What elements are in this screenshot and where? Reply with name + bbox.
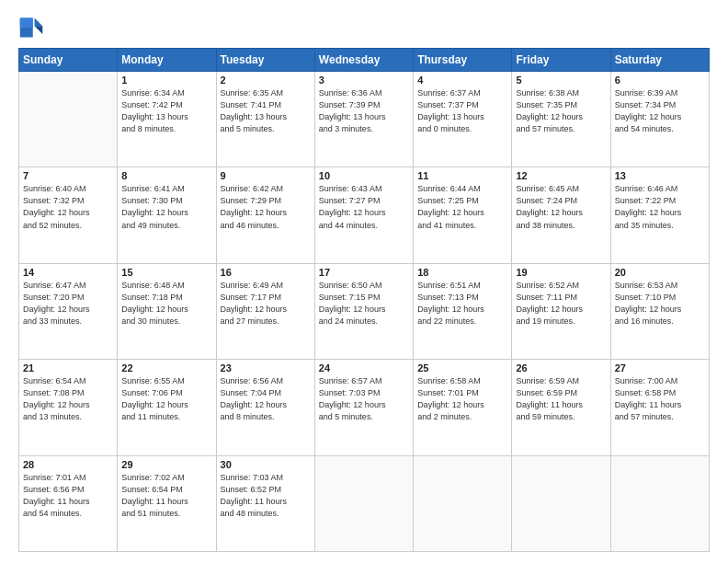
calendar-week-row: 7Sunrise: 6:40 AM Sunset: 7:32 PM Daylig… — [19, 167, 710, 263]
day-info: Sunrise: 6:55 AM Sunset: 7:06 PM Dayligh… — [121, 375, 211, 423]
day-info: Sunrise: 6:52 AM Sunset: 7:11 PM Dayligh… — [516, 280, 606, 327]
svg-marker-1 — [35, 18, 43, 27]
calendar-day-cell: 7Sunrise: 6:40 AM Sunset: 7:32 PM Daylig… — [19, 167, 118, 263]
day-number: 23 — [221, 362, 311, 373]
day-info: Sunrise: 6:47 AM Sunset: 7:20 PM Dayligh… — [23, 280, 113, 327]
day-number: 28 — [23, 459, 113, 470]
calendar-day-cell — [414, 455, 512, 551]
calendar-day-cell: 2Sunrise: 6:35 AM Sunset: 7:41 PM Daylig… — [216, 72, 314, 167]
day-number: 9 — [221, 170, 311, 181]
day-info: Sunrise: 6:57 AM Sunset: 7:03 PM Dayligh… — [319, 375, 409, 423]
day-number: 17 — [319, 267, 409, 278]
calendar-day-cell: 12Sunrise: 6:45 AM Sunset: 7:24 PM Dayli… — [512, 167, 610, 263]
day-info: Sunrise: 6:34 AM Sunset: 7:42 PM Dayligh… — [121, 87, 211, 135]
day-number: 27 — [615, 362, 705, 373]
day-info: Sunrise: 6:51 AM Sunset: 7:13 PM Dayligh… — [417, 280, 507, 327]
weekday-header-row: SundayMondayTuesdayWednesdayThursdayFrid… — [19, 49, 710, 72]
calendar-day-cell: 20Sunrise: 6:53 AM Sunset: 7:10 PM Dayli… — [610, 263, 709, 359]
weekday-header-cell: Friday — [512, 49, 610, 72]
calendar-day-cell: 6Sunrise: 6:39 AM Sunset: 7:34 PM Daylig… — [610, 72, 709, 167]
calendar-day-cell: 30Sunrise: 7:03 AM Sunset: 6:52 PM Dayli… — [216, 455, 314, 551]
day-number: 2 — [221, 75, 311, 86]
day-info: Sunrise: 6:41 AM Sunset: 7:30 PM Dayligh… — [121, 183, 211, 231]
calendar-day-cell: 8Sunrise: 6:41 AM Sunset: 7:30 PM Daylig… — [118, 167, 216, 263]
calendar-day-cell — [19, 72, 118, 167]
calendar-day-cell: 13Sunrise: 6:46 AM Sunset: 7:22 PM Dayli… — [610, 167, 709, 263]
calendar-day-cell: 23Sunrise: 6:56 AM Sunset: 7:04 PM Dayli… — [216, 360, 314, 455]
calendar-week-row: 1Sunrise: 6:34 AM Sunset: 7:42 PM Daylig… — [19, 72, 710, 167]
calendar-day-cell: 28Sunrise: 7:01 AM Sunset: 6:56 PM Dayli… — [19, 455, 118, 551]
calendar-day-cell — [314, 455, 413, 551]
day-info: Sunrise: 7:02 AM Sunset: 6:54 PM Dayligh… — [121, 472, 211, 520]
calendar-day-cell: 1Sunrise: 6:34 AM Sunset: 7:42 PM Daylig… — [118, 72, 216, 167]
day-info: Sunrise: 6:53 AM Sunset: 7:10 PM Dayligh… — [615, 280, 705, 327]
calendar-day-cell: 22Sunrise: 6:55 AM Sunset: 7:06 PM Dayli… — [118, 360, 216, 455]
day-info: Sunrise: 6:43 AM Sunset: 7:27 PM Dayligh… — [319, 183, 409, 231]
day-number: 10 — [319, 170, 409, 181]
day-number: 19 — [516, 267, 606, 278]
calendar-day-cell: 16Sunrise: 6:49 AM Sunset: 7:17 PM Dayli… — [216, 263, 314, 359]
calendar-day-cell: 10Sunrise: 6:43 AM Sunset: 7:27 PM Dayli… — [314, 167, 413, 263]
calendar-day-cell: 27Sunrise: 7:00 AM Sunset: 6:58 PM Dayli… — [610, 360, 709, 455]
calendar-table: SundayMondayTuesdayWednesdayThursdayFrid… — [18, 48, 710, 552]
calendar-day-cell: 29Sunrise: 7:02 AM Sunset: 6:54 PM Dayli… — [118, 455, 216, 551]
day-info: Sunrise: 6:42 AM Sunset: 7:29 PM Dayligh… — [221, 183, 311, 231]
day-info: Sunrise: 6:56 AM Sunset: 7:04 PM Dayligh… — [221, 375, 311, 423]
calendar-day-cell: 17Sunrise: 6:50 AM Sunset: 7:15 PM Dayli… — [314, 263, 413, 359]
day-info: Sunrise: 6:59 AM Sunset: 6:59 PM Dayligh… — [516, 375, 606, 423]
day-number: 24 — [319, 362, 409, 373]
day-number: 15 — [121, 267, 211, 278]
day-info: Sunrise: 6:36 AM Sunset: 7:39 PM Dayligh… — [319, 87, 409, 135]
day-number: 26 — [516, 362, 606, 373]
day-number: 4 — [417, 75, 507, 86]
calendar-day-cell — [610, 455, 709, 551]
calendar-day-cell: 24Sunrise: 6:57 AM Sunset: 7:03 PM Dayli… — [314, 360, 413, 455]
weekday-header-cell: Tuesday — [216, 49, 314, 72]
calendar-week-row: 28Sunrise: 7:01 AM Sunset: 6:56 PM Dayli… — [19, 455, 710, 551]
weekday-header-cell: Saturday — [610, 49, 709, 72]
calendar-day-cell: 14Sunrise: 6:47 AM Sunset: 7:20 PM Dayli… — [19, 263, 118, 359]
calendar-day-cell: 15Sunrise: 6:48 AM Sunset: 7:18 PM Dayli… — [118, 263, 216, 359]
day-number: 29 — [121, 459, 211, 470]
weekday-header-cell: Sunday — [19, 49, 118, 72]
day-info: Sunrise: 6:35 AM Sunset: 7:41 PM Dayligh… — [221, 87, 311, 135]
day-info: Sunrise: 6:54 AM Sunset: 7:08 PM Dayligh… — [23, 375, 113, 423]
day-info: Sunrise: 6:38 AM Sunset: 7:35 PM Dayligh… — [516, 87, 606, 135]
day-info: Sunrise: 6:45 AM Sunset: 7:24 PM Dayligh… — [516, 183, 606, 231]
weekday-header-cell: Monday — [118, 49, 216, 72]
logo — [18, 15, 48, 40]
day-number: 20 — [615, 267, 705, 278]
day-info: Sunrise: 6:39 AM Sunset: 7:34 PM Dayligh… — [615, 87, 705, 135]
day-number: 5 — [516, 75, 606, 86]
day-info: Sunrise: 6:50 AM Sunset: 7:15 PM Dayligh… — [319, 280, 409, 327]
weekday-header-cell: Wednesday — [314, 49, 413, 72]
day-info: Sunrise: 6:48 AM Sunset: 7:18 PM Dayligh… — [121, 280, 211, 327]
calendar-day-cell: 5Sunrise: 6:38 AM Sunset: 7:35 PM Daylig… — [512, 72, 610, 167]
page: SundayMondayTuesdayWednesdayThursdayFrid… — [0, 0, 728, 563]
calendar-day-cell — [512, 455, 610, 551]
calendar-day-cell: 18Sunrise: 6:51 AM Sunset: 7:13 PM Dayli… — [414, 263, 512, 359]
calendar-day-cell: 3Sunrise: 6:36 AM Sunset: 7:39 PM Daylig… — [314, 72, 413, 167]
day-number: 25 — [417, 362, 507, 373]
calendar-day-cell: 26Sunrise: 6:59 AM Sunset: 6:59 PM Dayli… — [512, 360, 610, 455]
logo-icon — [18, 15, 44, 40]
svg-rect-4 — [20, 18, 33, 29]
header — [18, 15, 710, 40]
calendar-day-cell: 19Sunrise: 6:52 AM Sunset: 7:11 PM Dayli… — [512, 263, 610, 359]
calendar-day-cell: 11Sunrise: 6:44 AM Sunset: 7:25 PM Dayli… — [414, 167, 512, 263]
day-info: Sunrise: 6:37 AM Sunset: 7:37 PM Dayligh… — [417, 87, 507, 135]
day-info: Sunrise: 7:03 AM Sunset: 6:52 PM Dayligh… — [221, 472, 311, 520]
day-info: Sunrise: 6:58 AM Sunset: 7:01 PM Dayligh… — [417, 375, 507, 423]
day-number: 21 — [23, 362, 113, 373]
day-number: 11 — [417, 170, 507, 181]
day-info: Sunrise: 6:40 AM Sunset: 7:32 PM Dayligh… — [23, 183, 113, 231]
day-number: 3 — [319, 75, 409, 86]
calendar-day-cell: 21Sunrise: 6:54 AM Sunset: 7:08 PM Dayli… — [19, 360, 118, 455]
day-info: Sunrise: 7:00 AM Sunset: 6:58 PM Dayligh… — [615, 375, 705, 423]
day-number: 7 — [23, 170, 113, 181]
day-number: 12 — [516, 170, 606, 181]
day-number: 8 — [121, 170, 211, 181]
calendar-day-cell: 4Sunrise: 6:37 AM Sunset: 7:37 PM Daylig… — [414, 72, 512, 167]
day-number: 13 — [615, 170, 705, 181]
calendar-day-cell: 25Sunrise: 6:58 AM Sunset: 7:01 PM Dayli… — [414, 360, 512, 455]
